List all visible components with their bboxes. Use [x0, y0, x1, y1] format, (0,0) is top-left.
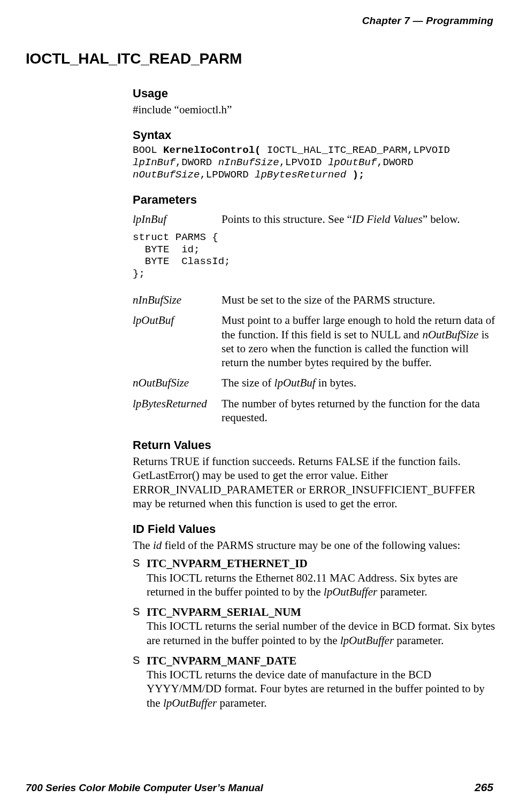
param-name: lpInBuf [133, 209, 222, 229]
param-desc: Must be set to the size of the PARMS str… [222, 290, 497, 310]
param-row: lpOutBuf Must point to a buffer large en… [133, 310, 497, 373]
param-row: lpInBuf Points to this structure. See “I… [133, 209, 460, 229]
heading-usage: Usage [133, 87, 497, 100]
list-item-title: ITC_NVPARM_MANF_DATE [147, 654, 296, 667]
syntax-code: BOOL KernelIoControl( IOCTL_HAL_ITC_READ… [133, 144, 497, 181]
footer-manual-title: 700 Series Color Mobile Computer User’s … [26, 782, 263, 794]
param-desc: The number of bytes returned by the func… [222, 393, 497, 428]
param-name: lpOutBuf [133, 310, 222, 373]
heading-parameters: Parameters [133, 193, 497, 207]
list-item-title: ITC_NVPARM_ETHERNET_ID [147, 557, 308, 570]
param-desc: Must point to a buffer large enough to h… [222, 310, 497, 373]
list-item-desc: This IOCTL returns the serial number of … [147, 620, 495, 646]
running-head: Chapter 7 — Programming [26, 15, 493, 27]
param-desc: Points to this structure. See “ID Field … [222, 209, 460, 229]
list-item: ITC_NVPARM_ETHERNET_ID This IOCTL return… [133, 556, 497, 599]
return-values-body: Returns TRUE if function succeeds. Retur… [133, 454, 497, 511]
id-field-list: ITC_NVPARM_ETHERNET_ID This IOCTL return… [133, 556, 497, 710]
heading-return-values: Return Values [133, 438, 497, 452]
param-row: lpBytesReturned The number of bytes retu… [133, 393, 497, 428]
id-field-intro: The id field of the PARMS structure may … [133, 538, 497, 552]
param-name: nInBufSize [133, 290, 222, 310]
content-column: Usage #include “oemioctl.h” Syntax BOOL … [133, 87, 497, 710]
list-item-title: ITC_NVPARM_SERIAL_NUM [147, 606, 301, 618]
footer-page-number: 265 [475, 781, 493, 794]
usage-body: #include “oemioctl.h” [133, 103, 497, 117]
heading-id-field-values: ID Field Values [133, 522, 497, 536]
param-table: nInBufSize Must be set to the size of th… [133, 290, 497, 428]
param-name: lpBytesReturned [133, 393, 222, 428]
list-item-desc: This IOCTL returns the device date of ma… [147, 668, 485, 709]
list-item: ITC_NVPARM_MANF_DATE This IOCTL returns … [133, 654, 497, 710]
param-intro-row: lpInBuf Points to this structure. See “I… [133, 209, 460, 229]
param-name: nOutBufSize [133, 373, 222, 393]
heading-syntax: Syntax [133, 128, 497, 142]
page: Chapter 7 — Programming IOCTL_HAL_ITC_RE… [0, 0, 519, 812]
list-item-desc: This IOCTL returns the Ethernet 802.11 M… [147, 571, 458, 598]
page-title: IOCTL_HAL_ITC_READ_PARM [26, 50, 493, 67]
param-row: nInBufSize Must be set to the size of th… [133, 290, 497, 310]
footer: 700 Series Color Mobile Computer User’s … [26, 781, 493, 794]
param-row: nOutBufSize The size of lpOutBuf in byte… [133, 373, 497, 393]
list-item: ITC_NVPARM_SERIAL_NUM This IOCTL returns… [133, 605, 497, 647]
param-desc: The size of lpOutBuf in bytes. [222, 373, 497, 393]
parms-struct-code: struct PARMS { BYTE id; BYTE ClassId; }; [133, 231, 497, 280]
